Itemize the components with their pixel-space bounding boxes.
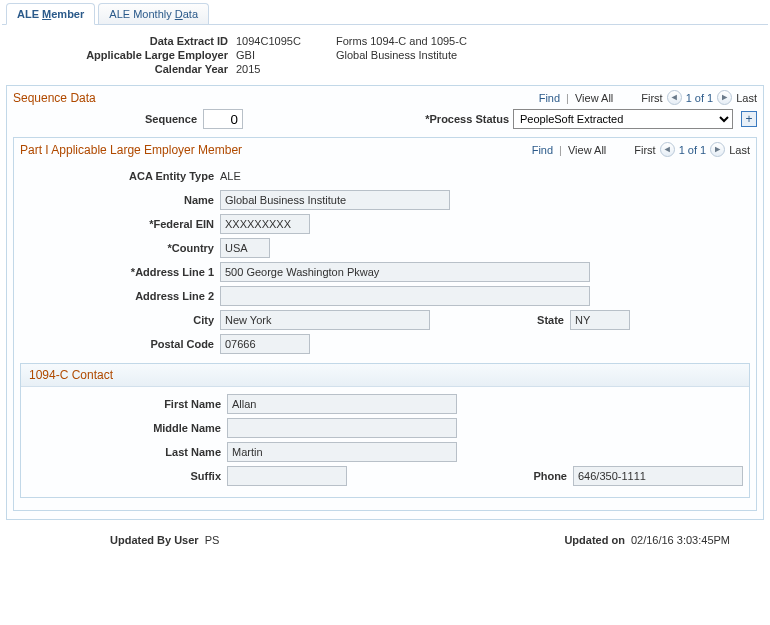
label-last-name: Last Name — [27, 446, 227, 458]
label-ale: Applicable Large Employer — [6, 49, 236, 61]
label-name: Name — [20, 194, 220, 206]
postal-field — [220, 334, 310, 354]
ein-field — [220, 214, 310, 234]
first-link[interactable]: First — [641, 92, 662, 104]
state-field — [570, 310, 630, 330]
value-year: 2015 — [236, 63, 336, 75]
label-addr1: *Address Line 1 — [20, 266, 220, 278]
tab-bar: ALE Member ALE Monthly Data — [2, 2, 768, 25]
value-updated-by: PS — [205, 534, 220, 546]
viewall-link[interactable]: View All — [575, 92, 613, 104]
process-status-select[interactable]: PeopleSoft Extracted — [513, 109, 733, 129]
label-country: *Country — [20, 242, 220, 254]
label-state: State — [510, 314, 570, 326]
label-updated-by: Updated By User — [110, 534, 199, 546]
first-link-part1[interactable]: First — [634, 144, 655, 156]
label-suffix: Suffix — [27, 470, 227, 482]
first-name-field — [227, 394, 457, 414]
add-row-icon[interactable]: + — [741, 111, 757, 127]
label-updated-on: Updated on — [564, 534, 625, 546]
viewall-link-part1[interactable]: View All — [568, 144, 606, 156]
label-first-name: First Name — [27, 398, 227, 410]
label-process-status: *Process Status — [425, 113, 509, 125]
label-postal: Postal Code — [20, 338, 220, 350]
group-title-contact: 1094-C Contact — [21, 364, 749, 387]
scroll-controls-sequence: Find | View All First ◄ 1 of 1 ► Last — [539, 90, 757, 105]
label-phone: Phone — [513, 470, 573, 482]
value-extract-desc: Forms 1094-C and 1095-C — [336, 35, 467, 47]
label-extract-id: Data Extract ID — [6, 35, 236, 47]
phone-field — [573, 466, 743, 486]
last-link[interactable]: Last — [736, 92, 757, 104]
value-updated-on: 02/16/16 3:03:45PM — [631, 534, 730, 546]
label-addr2: Address Line 2 — [20, 290, 220, 302]
find-link[interactable]: Find — [539, 92, 560, 104]
next-icon[interactable]: ► — [717, 90, 732, 105]
label-city: City — [20, 314, 220, 326]
addr2-field — [220, 286, 590, 306]
label-entity-type: ACA Entity Type — [20, 170, 220, 182]
prev-icon-part1[interactable]: ◄ — [660, 142, 675, 157]
suffix-field — [227, 466, 347, 486]
prev-icon[interactable]: ◄ — [667, 90, 682, 105]
next-icon-part1[interactable]: ► — [710, 142, 725, 157]
addr1-field — [220, 262, 590, 282]
value-entity-type: ALE — [220, 170, 241, 182]
tab-ale-member[interactable]: ALE Member — [6, 3, 95, 25]
value-ale-code: GBI — [236, 49, 336, 61]
label-ein: *Federal EIN — [20, 218, 220, 230]
row-counter-part1: 1 of 1 — [679, 144, 707, 156]
find-link-part1[interactable]: Find — [532, 144, 553, 156]
label-sequence: Sequence — [13, 113, 203, 125]
group-title-sequence: Sequence Data — [13, 91, 539, 105]
row-counter: 1 of 1 — [686, 92, 714, 104]
group-title-part1: Part I Applicable Large Employer Member — [20, 143, 532, 157]
tab-ale-monthly-data[interactable]: ALE Monthly Data — [98, 3, 209, 24]
group-sequence-data: Sequence Data Find | View All First ◄ 1 … — [6, 85, 764, 520]
country-field — [220, 238, 270, 258]
group-contact: 1094-C Contact First Name Middle Name La… — [20, 363, 750, 498]
city-field — [220, 310, 430, 330]
label-year: Calendar Year — [6, 63, 236, 75]
footer: Updated By User PS Updated on 02/16/16 3… — [2, 528, 768, 556]
middle-name-field — [227, 418, 457, 438]
scroll-controls-part1: Find | View All First ◄ 1 of 1 ► Last — [532, 142, 750, 157]
last-link-part1[interactable]: Last — [729, 144, 750, 156]
name-field — [220, 190, 450, 210]
label-middle-name: Middle Name — [27, 422, 227, 434]
last-name-field — [227, 442, 457, 462]
value-ale-desc: Global Business Institute — [336, 49, 457, 61]
page-header: Data Extract ID 1094C1095C Forms 1094-C … — [2, 25, 768, 83]
value-extract-id: 1094C1095C — [236, 35, 336, 47]
group-part1: Part I Applicable Large Employer Member … — [13, 137, 757, 511]
sequence-input — [203, 109, 243, 129]
